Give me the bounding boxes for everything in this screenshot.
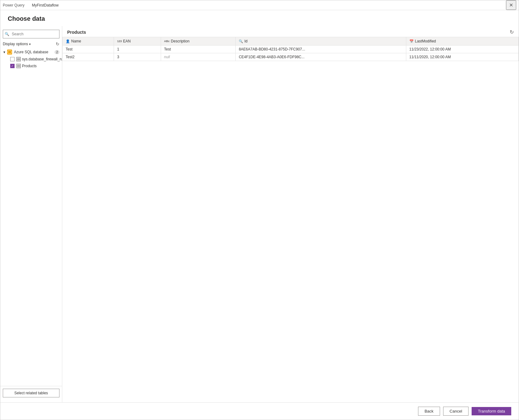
- cell-name-1: Test: [63, 46, 114, 53]
- preview-header: Products ↻: [62, 26, 519, 37]
- database-item[interactable]: ▼ Azure SQL database 2: [0, 48, 62, 56]
- col-label-ean: EAN: [123, 39, 131, 43]
- chevron-down-icon: ▾: [29, 42, 31, 46]
- display-options-row[interactable]: Display options ▾ ↻: [0, 40, 62, 48]
- table-icon-sys: [16, 57, 21, 61]
- display-options-label: Display options: [3, 42, 28, 46]
- checkbox-sys[interactable]: [10, 57, 15, 61]
- transform-data-button[interactable]: Transform data: [472, 407, 511, 415]
- col-icon-description: ABc: [164, 40, 170, 43]
- data-table-wrap: 👤 Name 123 EAN: [62, 37, 519, 402]
- cell-id-1: 8AE6A7AB-BD80-4231-875D-7FC907...: [236, 46, 406, 53]
- cancel-button[interactable]: Cancel: [443, 407, 469, 416]
- col-header-ean: 123 EAN: [114, 37, 161, 46]
- col-label-name: Name: [71, 39, 81, 43]
- titlebar: Power Query MyFirstDataflow ✕: [0, 0, 519, 10]
- cell-description-1: Test: [161, 46, 235, 53]
- col-label-lastmodified: LastModified: [415, 39, 436, 43]
- refresh-left-button[interactable]: ↻: [56, 42, 59, 46]
- col-header-name: 👤 Name: [63, 37, 114, 46]
- table-row: Test2 3 null CE4F1DE-4E98-4AB3-A0E6-FDF9…: [63, 53, 519, 61]
- checkbox-products[interactable]: [10, 64, 15, 68]
- col-icon-id: 🔍: [239, 39, 243, 43]
- database-icon: [7, 50, 12, 55]
- col-label-id: Id: [244, 39, 247, 43]
- page-title-bar: Choose data: [0, 10, 519, 26]
- table-row: Test 1 Test 8AE6A7AB-BD80-4231-875D-7FC9…: [63, 46, 519, 53]
- select-related-button[interactable]: Select related tables: [3, 389, 59, 397]
- data-table: 👤 Name 123 EAN: [62, 37, 519, 61]
- tree-section: ▼ Azure SQL database 2 sys.da: [0, 48, 62, 386]
- bottom-bar: Back Cancel Transform data: [0, 402, 519, 420]
- col-header-lastmodified: 📅 LastModified: [406, 37, 518, 46]
- sys-label: sys.database_firewall_rules: [22, 57, 62, 61]
- expand-arrow-icon: ▼: [3, 50, 6, 54]
- database-badge: 2: [55, 50, 59, 54]
- cell-description-2: null: [161, 53, 235, 61]
- cell-lastmodified-2: 11/11/2020, 12:00:00 AM: [406, 53, 518, 61]
- cell-ean-1: 1: [114, 46, 161, 53]
- select-related-section: Select related tables: [0, 386, 62, 400]
- col-header-id: 🔍 Id: [236, 37, 406, 46]
- back-button[interactable]: Back: [418, 407, 440, 416]
- database-label: Azure SQL database: [14, 50, 48, 54]
- col-icon-ean: 123: [117, 40, 122, 43]
- right-panel: Products ↻ 👤 Name: [62, 26, 519, 402]
- cell-name-2: Test2: [63, 53, 114, 61]
- tab-label: MyFirstDataflow: [29, 3, 61, 7]
- app-label: Power Query: [3, 3, 24, 7]
- col-header-description: ABc Description: [161, 37, 235, 46]
- cell-lastmodified-1: 11/23/2022, 12:00:00 AM: [406, 46, 518, 53]
- col-icon-name: 👤: [66, 39, 70, 43]
- search-icon: 🔍: [5, 32, 9, 36]
- tree-child-products[interactable]: Products: [9, 63, 62, 69]
- tree-child-sys[interactable]: sys.database_firewall_rules: [9, 56, 62, 63]
- close-button[interactable]: ✕: [506, 0, 516, 10]
- table-header-row: 👤 Name 123 EAN: [63, 37, 519, 46]
- cell-ean-2: 3: [114, 53, 161, 61]
- table-icon-products: [16, 64, 21, 68]
- col-icon-lastmodified: 📅: [409, 39, 414, 43]
- search-input[interactable]: [3, 30, 59, 38]
- cell-id-2: CE4F1DE-4E98-4AB3-A0E6-FDF98C...: [236, 53, 406, 61]
- search-box: 🔍: [3, 30, 59, 38]
- col-label-description: Description: [171, 39, 190, 43]
- products-label: Products: [22, 64, 37, 68]
- preview-title: Products: [67, 30, 86, 35]
- refresh-preview-button[interactable]: ↻: [510, 29, 514, 35]
- main-content: 🔍 Display options ▾ ↻ ▼ Azure SQL databa…: [0, 26, 519, 402]
- tree-children: sys.database_firewall_rules Products: [0, 56, 62, 69]
- page-title: Choose data: [8, 15, 511, 22]
- left-panel: 🔍 Display options ▾ ↻ ▼ Azure SQL databa…: [0, 26, 62, 402]
